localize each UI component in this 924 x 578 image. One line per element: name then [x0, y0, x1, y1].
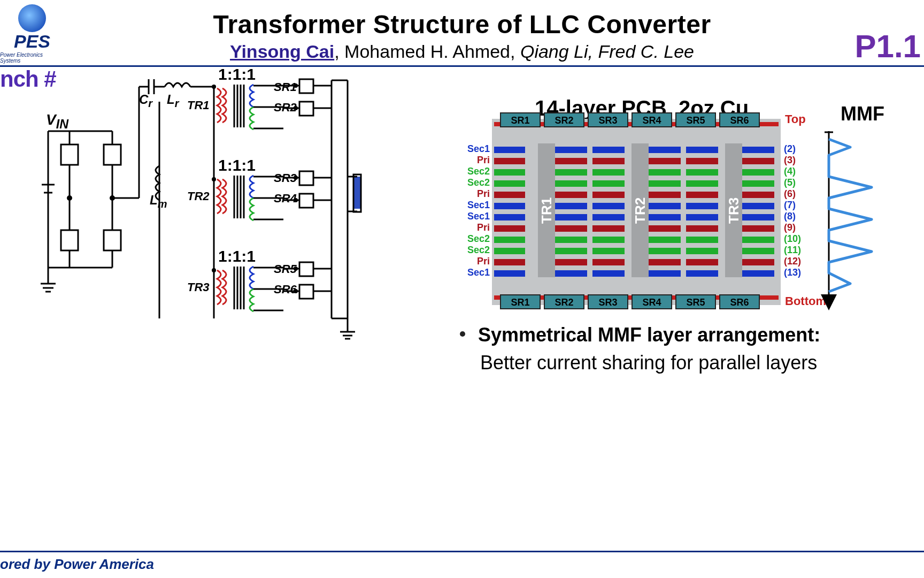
- author-presenting: Yinsong Cai: [230, 41, 334, 62]
- layer-row: [494, 157, 777, 165]
- layer-row: [494, 258, 777, 267]
- sr-chip: SR3: [588, 112, 628, 127]
- label-sr5: SR5: [274, 262, 297, 276]
- sr-chip: SR6: [719, 112, 760, 127]
- footer-rule: [0, 551, 924, 552]
- page-id: P1.1: [855, 28, 921, 65]
- sr-top-row: SR1SR2SR3SR4SR5SR6: [500, 112, 773, 127]
- label-lm: Lm: [150, 193, 167, 210]
- layer-name: Sec2: [464, 166, 490, 177]
- layer-num: (12): [784, 256, 810, 267]
- slide-title: Transformer Structure of LLC Converter: [0, 10, 924, 39]
- svg-point-78: [212, 177, 216, 181]
- svg-rect-7: [61, 144, 78, 165]
- ratio-3: 1:1:1: [218, 247, 256, 265]
- header-rule: [0, 65, 924, 67]
- sr-chip: SR1: [500, 294, 541, 309]
- layer-num: (9): [784, 222, 810, 233]
- sr-chip: SR2: [544, 294, 584, 309]
- sr-chip: SR2: [544, 112, 584, 127]
- svg-point-79: [212, 268, 216, 272]
- sr-chip: SR6: [719, 294, 760, 309]
- layer-num: (10): [784, 233, 810, 245]
- pcb-stackup: SR1SR2SR3SR4SR5SR6 TR1 TR2 TR3 Sec1(2)Pr…: [465, 96, 797, 305]
- sr-chip: SR3: [588, 294, 628, 309]
- layer-num: (5): [784, 177, 810, 188]
- layer-name: Sec1: [464, 211, 490, 222]
- layer-row: [494, 235, 777, 244]
- layer-row: [494, 224, 777, 233]
- svg-rect-54: [299, 171, 313, 185]
- author-plain: , Mohamed H. Ahmed,: [334, 41, 520, 62]
- sr-chip: SR5: [675, 112, 716, 127]
- label-lr: Lr: [167, 92, 179, 110]
- layer-name: Sec1: [464, 267, 490, 278]
- layer-name: Sec2: [464, 245, 490, 256]
- layer-name: Sec2: [464, 233, 490, 245]
- svg-rect-8: [61, 230, 78, 250]
- ratio-1: 1:1:1: [218, 65, 256, 83]
- label-sr3: SR3: [274, 171, 297, 185]
- authors: Yinsong Cai, Mohamed H. Ahmed, Qiang Li,…: [0, 41, 924, 62]
- layer-name: Pri: [464, 222, 490, 233]
- header: Transformer Structure of LLC Converter Y…: [0, 0, 924, 67]
- layer-row: [494, 247, 777, 255]
- svg-rect-55: [299, 194, 313, 208]
- svg-rect-9: [104, 144, 121, 165]
- author-italic: Qiang Li, Fred C. Lee: [520, 41, 694, 62]
- svg-rect-53: [299, 102, 313, 116]
- sr-chip: SR5: [675, 294, 716, 309]
- layer-row: [494, 191, 777, 199]
- bullet-dot: [460, 331, 465, 337]
- mmf-svg: [818, 126, 920, 313]
- label-sr4: SR4: [274, 192, 297, 206]
- svg-rect-57: [299, 285, 313, 299]
- layer-row: [494, 168, 777, 177]
- mmf-title: MMF: [841, 103, 884, 125]
- layer-num: (7): [784, 200, 810, 211]
- layer-num: (8): [784, 211, 810, 222]
- svg-point-76: [67, 195, 72, 201]
- bullet-point: Symmetrical MMF layer arrangement: Bette…: [460, 321, 820, 377]
- label-cr: Cr: [139, 92, 152, 110]
- sr-bottom-row: SR1SR2SR3SR4SR5SR6: [500, 294, 773, 309]
- label-vin: VIN: [46, 111, 68, 132]
- svg-point-77: [212, 85, 216, 89]
- layer-name: Pri: [464, 188, 490, 200]
- sr-chip: SR4: [632, 294, 672, 309]
- sr-chip: SR1: [500, 112, 541, 127]
- layer-num: (2): [784, 143, 810, 155]
- svg-rect-52: [299, 79, 313, 93]
- layer-row: [494, 269, 777, 278]
- layer-name: Pri: [464, 256, 490, 267]
- svg-point-75: [110, 195, 115, 201]
- layer-num: (11): [784, 245, 810, 256]
- layer-num: (6): [784, 188, 810, 200]
- label-sr1: SR1: [274, 80, 297, 94]
- layer-name: Pri: [464, 155, 490, 166]
- top-label: Top: [785, 112, 806, 126]
- layer-num: (13): [784, 267, 810, 278]
- bullet-heading: Symmetrical MMF layer arrangement:: [478, 324, 820, 346]
- label-sr2: SR2: [274, 101, 297, 115]
- footer-text: ored by Power America: [0, 556, 154, 573]
- label-tr1: TR1: [187, 98, 210, 112]
- label-tr2: TR2: [187, 189, 210, 203]
- llc-circuit: VIN Cr Lr Lm TR1 TR2 TR3 1:1:1 1:1:1 1:1…: [32, 70, 390, 380]
- label-sr6: SR6: [274, 283, 297, 296]
- ratio-2: 1:1:1: [218, 156, 256, 174]
- circuit-svg: [32, 70, 390, 380]
- layer-name: Sec2: [464, 177, 490, 188]
- layer-row: [494, 146, 777, 154]
- svg-rect-10: [104, 230, 121, 250]
- layer-num: (4): [784, 166, 810, 177]
- layer-name: Sec1: [464, 143, 490, 155]
- label-tr3: TR3: [187, 280, 210, 294]
- layer-row: [494, 179, 777, 188]
- mmf-plot: [818, 126, 920, 313]
- layer-num: (3): [784, 155, 810, 166]
- layer-row: [494, 202, 777, 210]
- layer-row: [494, 213, 777, 222]
- layer-name: Sec1: [464, 200, 490, 211]
- svg-rect-56: [299, 262, 313, 276]
